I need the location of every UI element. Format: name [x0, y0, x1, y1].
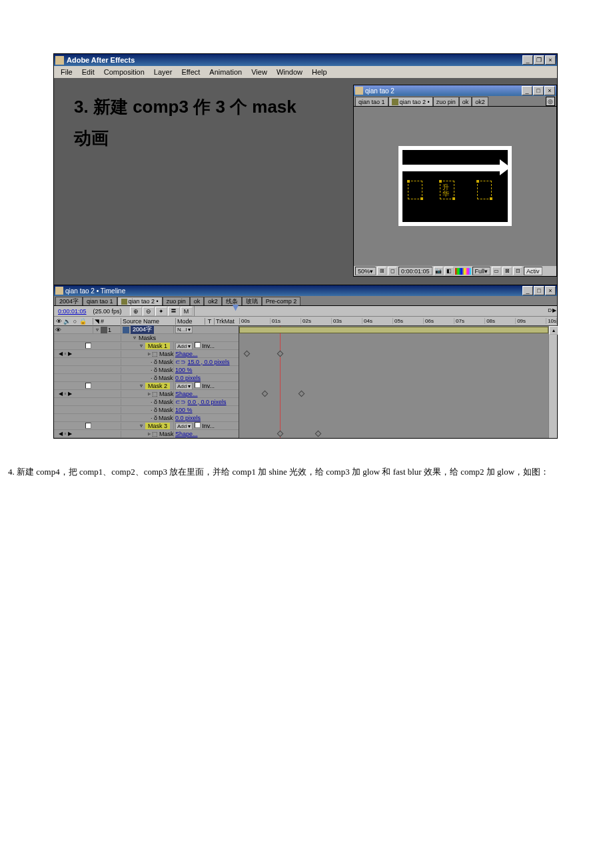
- menu-effect[interactable]: Effect: [177, 67, 204, 77]
- zoom-select[interactable]: 50% ▾: [355, 267, 376, 275]
- keyframe-icon[interactable]: [262, 391, 269, 397]
- tick-02s: 02s: [301, 318, 332, 324]
- fps-label: (25.00 fps): [91, 308, 125, 315]
- tl-maximize-button[interactable]: □: [534, 286, 544, 295]
- time-ruler[interactable]: 00s 01s 02s 03s 04s 05s 06s 07s 08s 09s …: [239, 318, 557, 324]
- tl-btn-1[interactable]: ⊕: [130, 307, 142, 316]
- comp-minimize-button[interactable]: _: [522, 86, 532, 95]
- av-icons-header: 👁🔊○🔒: [54, 317, 93, 325]
- keyframe-icon[interactable]: [244, 351, 251, 357]
- masks-row[interactable]: ▿Masks: [54, 334, 239, 342]
- mask2-shape-value[interactable]: Shape...: [175, 391, 198, 397]
- comp-close-button[interactable]: ×: [544, 86, 555, 95]
- mask1-shape-value[interactable]: Shape...: [175, 351, 198, 357]
- tl-tab-xiantiao[interactable]: 线条: [222, 297, 242, 305]
- snapshot-button[interactable]: 📷: [434, 267, 443, 275]
- menu-window[interactable]: Window: [273, 67, 306, 77]
- keyframe-icon[interactable]: [299, 391, 305, 397]
- mask1-shape-row[interactable]: ◀ ▫ ▶ ▹⬚ Mask Shape Shape...: [54, 350, 239, 358]
- mask-toggle-button[interactable]: ◻: [388, 267, 397, 275]
- safe-zones-button[interactable]: ⊞: [377, 267, 386, 275]
- menu-help[interactable]: Help: [308, 67, 331, 77]
- keyframe-icon[interactable]: [277, 431, 284, 437]
- mask3-shape-value[interactable]: Shape...: [175, 431, 198, 437]
- keyframe-icon[interactable]: [315, 431, 322, 437]
- mask1-opacity-value[interactable]: 100 %: [175, 367, 193, 373]
- mask3-mode[interactable]: Add ▾: [175, 423, 193, 430]
- show-channel-button[interactable]: ◧: [444, 267, 454, 275]
- tl-tab-2004[interactable]: 2004字: [55, 297, 83, 305]
- tl-minimize-button[interactable]: _: [522, 286, 533, 295]
- mask-handle-3[interactable]: [477, 181, 492, 199]
- menu-view[interactable]: View: [247, 67, 271, 77]
- scroll-up-button[interactable]: ▴: [549, 326, 558, 335]
- tl-tab-precomp2[interactable]: Pre-comp 2: [262, 297, 301, 305]
- tl-btn-5[interactable]: M: [181, 307, 193, 316]
- roi-button[interactable]: ▭: [492, 267, 501, 275]
- tl-tab-qiantao2[interactable]: qian tao 2 •: [117, 297, 163, 305]
- tl-btn-3[interactable]: ✦: [155, 307, 167, 316]
- time-navigator[interactable]: D▶: [194, 306, 557, 317]
- layer-duration-bar[interactable]: [239, 327, 548, 333]
- comp-tab-qiantao2[interactable]: qian tao 2 •: [388, 97, 433, 106]
- mask1-row[interactable]: ▿Mask 1 Add ▾ Inv...: [54, 342, 239, 350]
- mask2-shape-row[interactable]: ◀ ▫ ▶ ▹⬚ Mask Shape Shape...: [54, 390, 239, 398]
- mask2-feather-value[interactable]: 0.0 , 0.0 pixels: [188, 399, 227, 405]
- mask1-mode[interactable]: Add ▾: [175, 343, 193, 350]
- mask1-expa-value[interactable]: 0.0 pixels: [175, 375, 201, 381]
- app-title: Adobe After Effects: [67, 56, 522, 64]
- comp-target-button[interactable]: ◎: [546, 97, 555, 106]
- mask1-feather-value[interactable]: 15.0 , 0.0 pixels: [188, 359, 230, 365]
- menu-composition[interactable]: Composition: [100, 67, 149, 77]
- minimize-button[interactable]: _: [522, 55, 533, 65]
- mask-handle-2[interactable]: 升华: [440, 181, 454, 199]
- tl-close-button[interactable]: ×: [545, 286, 556, 295]
- current-time-field[interactable]: 0:00:01:05: [54, 308, 91, 315]
- comp-maximize-button[interactable]: □: [533, 86, 544, 95]
- tl-tab-ok[interactable]: ok: [190, 297, 205, 305]
- tl-tab-qiantao1[interactable]: qian tao 1: [83, 297, 117, 305]
- mask2-expa-value[interactable]: 0.0 pixels: [175, 415, 201, 421]
- app-icon: [55, 56, 64, 65]
- source-name-header[interactable]: Source Name: [121, 318, 175, 325]
- menu-edit[interactable]: Edit: [78, 67, 99, 77]
- comp-viewer[interactable]: 升华: [354, 107, 556, 265]
- mask3-shape-row[interactable]: ◀ ▫ ▶ ▹⬚ Mask Shape Shape...: [54, 430, 239, 438]
- tl-tab-ok2[interactable]: ok2: [204, 297, 222, 305]
- layer-mode-select[interactable]: N...l▾: [175, 326, 193, 333]
- cti-head-icon[interactable]: [233, 305, 239, 311]
- menu-layer[interactable]: Layer: [150, 67, 177, 77]
- tick-10s: 10s: [546, 318, 557, 324]
- timeline-title: qian tao 2 • Timeline: [65, 287, 522, 295]
- resolution-select[interactable]: Full ▾: [472, 267, 491, 275]
- tick-01s: 01s: [271, 318, 301, 324]
- tl-btn-4[interactable]: 〓: [168, 307, 180, 316]
- mask2-row[interactable]: ▿Mask 2 Add ▾ Inv...: [54, 382, 239, 390]
- comp-tab-ok2[interactable]: ok2: [472, 97, 488, 106]
- maximize-button[interactable]: ❐: [534, 55, 544, 65]
- layer-1-row[interactable]: 👁 ▿1 2004字 N...l▾: [54, 326, 239, 334]
- timeline-header: 0:00:01:05 (25.00 fps) ⊕ ⊖ ✦ 〓 M D▶: [54, 306, 557, 317]
- comp-tab-zuopin[interactable]: zuo pin: [433, 97, 459, 106]
- timeline-tracks[interactable]: ▴: [239, 326, 557, 438]
- pixel-aspect-button[interactable]: ⊡: [513, 267, 522, 275]
- grid-button[interactable]: ⊠: [502, 267, 512, 275]
- comp-tab-qiantao1[interactable]: qian tao 1: [355, 97, 388, 106]
- comp-tab-ok[interactable]: ok: [459, 97, 472, 106]
- close-button[interactable]: ×: [545, 55, 556, 65]
- active-camera[interactable]: Activ: [524, 267, 542, 275]
- keyframe-icon[interactable]: [277, 351, 284, 357]
- menu-animation[interactable]: Animation: [205, 67, 246, 77]
- menu-file[interactable]: File: [57, 67, 77, 77]
- scrollbar[interactable]: ▴: [548, 326, 557, 438]
- current-time-display[interactable]: 0:00:01:05: [398, 267, 432, 275]
- mask2-opacity-value[interactable]: 100 %: [175, 407, 193, 413]
- tl-tab-zuopin[interactable]: zuo pin: [163, 297, 190, 305]
- mask-handle-1[interactable]: [408, 181, 422, 199]
- mask3-row[interactable]: ▿Mask 3 Add ▾ Inv...: [54, 422, 239, 430]
- tl-tab-boli[interactable]: 玻璃: [242, 297, 262, 305]
- mask2-mode[interactable]: Add ▾: [175, 383, 193, 390]
- tl-btn-2[interactable]: ⊖: [143, 307, 155, 316]
- mode-header[interactable]: Mode: [175, 318, 205, 325]
- trkmat-header[interactable]: TrkMat: [214, 318, 239, 325]
